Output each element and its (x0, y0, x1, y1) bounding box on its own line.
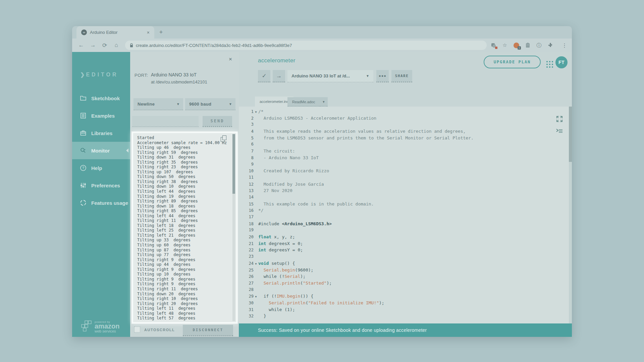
sidebar-item-label: Monitor (91, 148, 110, 154)
code-line: 2 Arduino LSM6DS3 - Accelerometer Applic… (239, 116, 572, 122)
monitor-output-line: Tilting right 9 degrees (137, 267, 229, 272)
code-line: 5 from the LSM6DS3 sensor and prints the… (239, 135, 572, 142)
code-text: The circuit: (258, 148, 295, 154)
verify-button[interactable]: ✓ (258, 70, 270, 82)
bookmark-star-icon[interactable]: ☆ (501, 42, 508, 49)
sidebar-item-libraries[interactable]: Libraries (72, 124, 130, 142)
browser-toolbar: ← → ⟳ ⌂ create.arduino.cc/editor/FT-CONT… (72, 39, 572, 52)
code-editor[interactable]: 1▼/*2 Arduino LSM6DS3 - Accelerometer Ap… (239, 107, 572, 323)
code-text: void setup() { (258, 261, 295, 266)
line-number: 6 (239, 142, 254, 146)
monitor-output-line: Tilting down 20 degrees (137, 292, 229, 297)
sidebar-item-preferences[interactable]: Preferences (72, 177, 130, 194)
browser-menu-icon[interactable]: ⋮ (562, 42, 567, 49)
output-scrollbar[interactable] (232, 134, 235, 321)
serial-message-input[interactable] (132, 116, 199, 127)
upgrade-plan-button[interactable]: UPGRADE PLAN (484, 56, 541, 68)
code-text: int degreesX = 0; (258, 241, 303, 246)
code-text: /* (258, 109, 264, 114)
line-number: 20 (239, 235, 254, 239)
line-number: 9 (239, 162, 254, 167)
help-icon: ? (79, 164, 87, 172)
fold-arrow-icon[interactable]: ▼ (254, 295, 258, 298)
active-item-arrow-icon (126, 148, 128, 153)
avatar[interactable]: FT (555, 56, 568, 68)
chevron-down-icon: ▼ (366, 74, 369, 78)
monitor-output-line: Tilting down 19 degrees (137, 194, 229, 199)
monitor-output-line: Tilting right 20 degrees (137, 301, 229, 306)
editor-header: accelerometer UPGRADE PLAN FT ✓ → Arduin… (239, 52, 572, 94)
back-icon[interactable]: ← (77, 42, 86, 49)
tab-readme-adoc[interactable]: ReadMe.adoc (287, 97, 320, 107)
output-scrollbar-thumb[interactable] (232, 134, 235, 194)
new-tab-button[interactable]: + (157, 29, 165, 36)
code-text: - Arduino Nano 33 IoT (258, 155, 319, 160)
address-bar[interactable]: create.arduino.cc/editor/FT-CONTENT/a284… (125, 41, 487, 50)
app-content: ❯EDITOR SketchbookExamplesLibrariesMonit… (72, 52, 572, 337)
share-button[interactable]: SHARE (391, 70, 412, 82)
translate-icon[interactable] (490, 42, 497, 49)
console-icon[interactable] (556, 128, 563, 134)
clipboard-icon[interactable] (524, 42, 531, 49)
editor-scrollbar-thumb[interactable] (569, 107, 572, 162)
copy-output-icon[interactable] (221, 135, 227, 142)
close-monitor-icon[interactable]: × (229, 56, 232, 63)
monitor-output-line: Tilting up 44 degrees (137, 262, 229, 267)
code-line: 22int degreesY = 0; (239, 247, 572, 254)
upload-button[interactable]: → (273, 70, 285, 82)
extension-orange-icon[interactable]: 1 (513, 42, 520, 49)
disconnect-button[interactable]: DISCONNECT (183, 325, 233, 336)
code-line: 15 This example code is in the public do… (239, 201, 572, 208)
send-button[interactable]: SEND (203, 116, 232, 127)
line-number: 15 (239, 202, 254, 206)
line-number: 19 (239, 228, 254, 232)
sidebar-item-features[interactable]: Features usage (72, 194, 130, 212)
home-icon[interactable]: ⌂ (112, 42, 121, 49)
reload-icon[interactable]: ⟳ (100, 42, 109, 49)
monitor-output-line: Tilting right 59 degrees (137, 150, 229, 155)
code-line: 12 Modified by Jose García (239, 182, 572, 188)
tabs-dropdown-button[interactable]: ▼ (320, 97, 328, 107)
apps-grid-icon[interactable] (546, 61, 553, 68)
close-tab-icon[interactable]: × (146, 29, 151, 36)
autoscroll-checkbox[interactable] (134, 326, 140, 333)
browser-tab[interactable]: ∞ Arduino Editor × (76, 26, 154, 39)
line-ending-select[interactable]: Newline ▼ (133, 98, 183, 110)
line-number: 5 (239, 136, 254, 140)
baud-rate-select[interactable]: 9600 baud ▼ (185, 98, 235, 110)
code-line: 28 (239, 287, 572, 294)
line-number: 28 (239, 287, 254, 292)
board-port-select[interactable]: Arduino NANO 33 IoT at /d... ▼ (287, 70, 373, 82)
line-number: 14 (239, 195, 254, 199)
serial-monitor-panel: × PORT: Arduino NANO 33 IoT at /dev/cu.u… (130, 52, 239, 337)
monitor-output-line: Tilting down 31 degrees (137, 155, 229, 160)
fold-arrow-icon[interactable]: ▼ (254, 262, 258, 265)
more-options-button[interactable]: ●●● (376, 70, 389, 82)
code-line: 6 (239, 142, 572, 148)
editor-scrollbar[interactable] (569, 107, 572, 323)
lock-icon (130, 43, 133, 48)
extensions-puzzle-icon[interactable] (547, 42, 554, 49)
fold-arrow-icon[interactable]: ▼ (254, 111, 258, 114)
line-number: 22 (239, 248, 254, 252)
info-icon[interactable]: ⓘ (536, 42, 542, 49)
monitor-output-line: Tilting up 60 degrees (137, 243, 229, 248)
line-number: 27 (239, 281, 254, 286)
monitor-output-line: Tilting down 18 degrees (137, 204, 229, 209)
sidebar-item-monitor[interactable]: Monitor (72, 142, 130, 159)
sidebar-item-sketchbook[interactable]: Sketchbook (72, 89, 130, 107)
sidebar-item-examples[interactable]: Examples (72, 107, 130, 124)
code-line: 24▼void setup() { (239, 261, 572, 267)
serial-output-box[interactable]: StartedAccelerometer sample rate = 104.0… (132, 132, 237, 323)
code-line: 11 (239, 175, 572, 182)
status-bar: Success: Saved on your online Sketchbook… (239, 323, 572, 337)
monitor-output-line: Tilting right 11 degrees (137, 218, 229, 223)
code-line: 4 This example reads the acceleration va… (239, 129, 572, 135)
monitor-output-line: Tilting right 38 degrees (137, 179, 229, 184)
forward-icon[interactable]: → (89, 42, 97, 49)
browser-tab-strip: ∞ Arduino Editor × + (72, 26, 572, 39)
code-text: Serial.println("Started"); (258, 281, 332, 286)
fullscreen-icon[interactable] (556, 115, 563, 123)
autoscroll-label: AUTOSCROLL (144, 328, 175, 332)
sidebar-item-help[interactable]: ?Help (72, 159, 130, 177)
